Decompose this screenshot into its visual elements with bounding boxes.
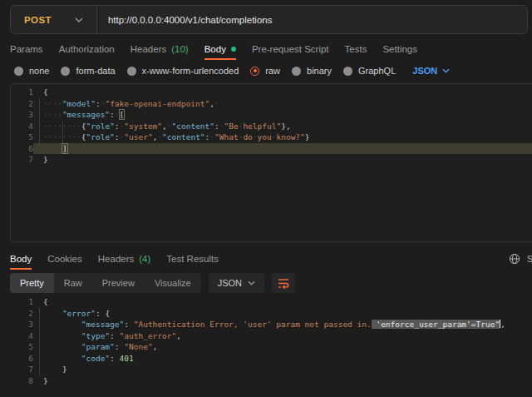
tab-label: Body: [204, 44, 226, 54]
code-token: ]: [62, 144, 67, 153]
code-token: [43, 342, 81, 351]
line-number: 2: [11, 98, 33, 110]
code-token: "What: [214, 132, 239, 141]
tab-label: Test Results: [166, 254, 219, 264]
response-tab-body[interactable]: Body: [10, 248, 32, 270]
indent-guide: [39, 121, 40, 132]
code-token: "role": [86, 122, 115, 131]
code-token: {: [105, 309, 110, 318]
method-selector[interactable]: POST: [11, 6, 96, 33]
code-token: "type": [81, 331, 110, 340]
code-token: "system": [124, 122, 162, 131]
wrap-text-button[interactable]: [272, 273, 295, 293]
line-number: 1: [11, 296, 33, 308]
indent-guide: [39, 308, 40, 320]
code-token: }: [43, 155, 48, 164]
response-view-preview[interactable]: Preview: [92, 273, 145, 293]
code-token: do: [243, 132, 252, 141]
tab-count-badge: (4): [139, 254, 150, 264]
request-tab-headers[interactable]: Headers(10): [131, 38, 189, 60]
line-number: 7: [11, 154, 33, 166]
request-body-editor[interactable]: 1{2····"model":·"fake-openai-endpoint",·…: [10, 83, 532, 242]
response-tab-headers[interactable]: Headers(4): [98, 248, 151, 270]
indent-guide: [39, 353, 40, 365]
code-line: 6 "code": 401: [11, 353, 532, 365]
chevron-down-icon: [248, 280, 255, 285]
code-token: [43, 354, 81, 363]
code-token: "error": [62, 309, 96, 318]
request-tab-tests[interactable]: Tests: [345, 38, 367, 60]
indent-guide: [39, 98, 40, 110]
body-mode-x-www-form-urlencoded[interactable]: x-www-form-urlencoded: [127, 66, 239, 76]
code-token: "fake-openai-endpoint": [105, 99, 209, 108]
indent-guide: [62, 121, 63, 132]
code-token: ,: [500, 320, 505, 329]
request-tab-pre-request-script[interactable]: Pre-request Script: [252, 38, 329, 60]
unsaved-changes-dot-icon: [231, 47, 236, 52]
mode-label: x-www-form-urlencoded: [142, 66, 239, 76]
line-number: 3: [11, 319, 33, 330]
radio-icon: [61, 67, 70, 76]
request-tab-params[interactable]: Params: [10, 38, 43, 60]
method-label: POST: [24, 15, 52, 25]
tab-label: Body: [10, 254, 32, 264]
request-tab-settings[interactable]: Settings: [382, 38, 417, 60]
code-token: "auth_error": [120, 331, 177, 340]
radio-icon: [343, 67, 352, 76]
raw-language-select[interactable]: JSON: [412, 66, 450, 76]
response-tab-test-results[interactable]: Test Results: [166, 248, 219, 270]
code-line: 4········{"role":·"system",·"content":·"…: [11, 121, 532, 132]
indent-guide: [39, 341, 40, 353]
mode-label: raw: [265, 66, 280, 76]
request-tab-body[interactable]: Body: [204, 38, 236, 60]
response-body-viewer[interactable]: 1{2 "error": {3 "message": "Authenticati…: [0, 296, 532, 397]
body-mode-graphql[interactable]: GraphQL: [343, 66, 396, 76]
radio-icon: [127, 67, 136, 76]
code-token: ·: [214, 99, 219, 108]
code-token: you: [258, 132, 272, 141]
code-line: 3 "message": "Authentication Error, 'use…: [11, 319, 532, 330]
tab-label: Tests: [345, 44, 367, 54]
tab-label: Headers: [98, 254, 134, 264]
response-tab-cookies[interactable]: Cookies: [47, 248, 82, 270]
url-input[interactable]: http://0.0.0.0:4000/v1/chat/completions: [97, 15, 273, 25]
body-mode-raw[interactable]: raw: [250, 66, 280, 76]
code-token: ····: [43, 110, 62, 119]
code-token: ·: [115, 110, 120, 119]
response-language-select[interactable]: JSON: [209, 273, 264, 293]
code-token: "user": [124, 132, 152, 141]
tab-label: Pre-request Script: [252, 44, 329, 54]
chevron-down-icon: [442, 68, 450, 73]
body-mode-binary[interactable]: binary: [292, 66, 332, 76]
status-text-clipped: S: [527, 254, 532, 264]
mode-label: form-data: [76, 66, 115, 76]
code-token: [43, 309, 62, 318]
tab-label: Cookies: [47, 254, 82, 264]
code-token: ····: [43, 144, 62, 153]
request-tab-authorization[interactable]: Authorization: [59, 38, 115, 60]
line-number: 4: [11, 121, 33, 132]
tab-label: Settings: [382, 44, 417, 54]
response-view-raw[interactable]: Raw: [54, 273, 92, 293]
code-token: "model": [62, 99, 96, 108]
line-number: 6: [11, 353, 33, 365]
radio-icon: [250, 67, 259, 76]
body-mode-form-data[interactable]: form-data: [61, 66, 115, 76]
indent-guide: [39, 319, 40, 330]
response-tabs-right: S: [509, 248, 532, 270]
indent-guide: [39, 132, 40, 143]
code-token: }: [305, 132, 310, 141]
indent-guide: [39, 330, 40, 342]
response-view-visualize[interactable]: Visualize: [145, 273, 201, 293]
body-mode-none[interactable]: none: [14, 66, 49, 76]
code-line: 1{: [11, 296, 532, 308]
response-view-pretty[interactable]: Pretty: [10, 273, 54, 293]
line-number: 1: [11, 87, 33, 98]
tab-count-badge: (10): [171, 44, 188, 54]
response-language-label: JSON: [218, 278, 242, 288]
radio-icon: [14, 67, 23, 76]
line-number: 8: [11, 375, 33, 387]
code-token: "role": [86, 132, 115, 141]
code-line: 7}: [11, 154, 532, 166]
globe-icon[interactable]: [509, 253, 520, 265]
